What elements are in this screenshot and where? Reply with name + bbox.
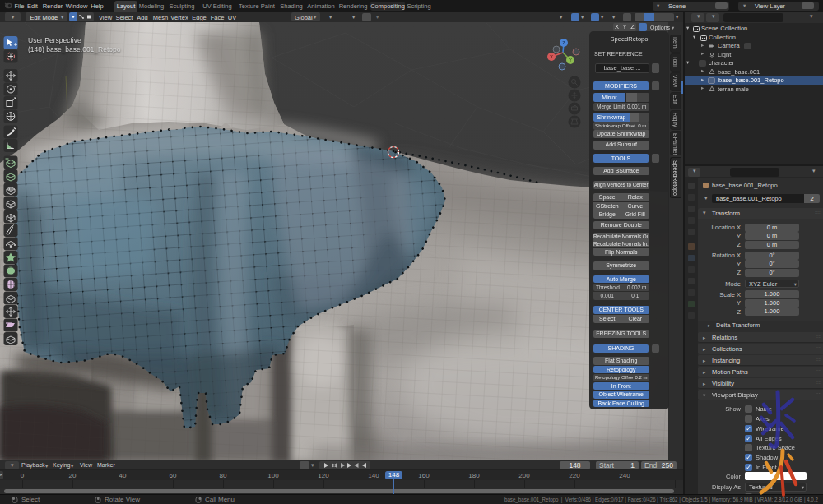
svg-text:Z: Z bbox=[562, 40, 565, 45]
svg-text:Y: Y bbox=[569, 58, 572, 62]
svg-text:X: X bbox=[550, 54, 553, 59]
